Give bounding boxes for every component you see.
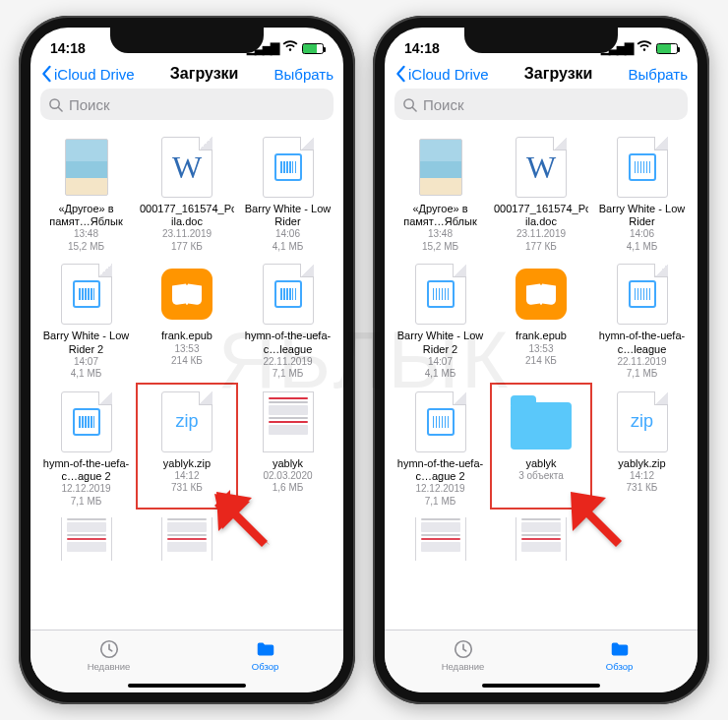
file-thumb (409, 517, 472, 561)
file-item[interactable]: ☁︎ hymn-of-the-uefa-c…ague 2 12.12.20197… (38, 385, 134, 510)
file-name: 000177_161574_Post-…ila.doc (140, 203, 234, 228)
wifi-icon (282, 40, 298, 56)
wifi-icon (637, 40, 652, 56)
file-item[interactable]: ☁︎ hymn-of-the-uefa-c…league 22.11.20197… (240, 257, 335, 382)
file-meta: 23.11.2019177 КБ (516, 228, 566, 253)
svg-line-4 (412, 107, 416, 111)
file-name: yablyk (525, 457, 556, 470)
search-placeholder: Поиск (423, 96, 464, 113)
select-button[interactable]: Выбрать (274, 66, 334, 83)
file-item[interactable]: W 000177_161574_Post-…ila.doc 23.11.2019… (138, 130, 236, 255)
file-grid: «Другое» в памят…Яблык 13:4815,2 МБ W 00… (385, 126, 698, 630)
back-label: iCloud Drive (408, 66, 489, 83)
file-meta: 22.11.20197,1 МБ (263, 356, 312, 381)
nav-bar: iCloud Drive Загрузки Выбрать (385, 63, 698, 89)
file-thumb (257, 136, 320, 199)
file-item[interactable]: Barry White - Low Rider 14:064,1 МБ (594, 130, 690, 255)
home-indicator[interactable] (128, 684, 246, 688)
file-grid: «Другое» в памят…Яблык 13:4815,2 МБ W 00… (30, 126, 343, 630)
file-item[interactable]: W 000177_161574_Post-…ila.doc 23.11.2019… (492, 130, 590, 255)
file-item[interactable]: frank.epub 13:53214 КБ (492, 257, 590, 382)
phone-left: 14:18 ▁▃▅▇ iCloud Drive Загрузки Выбрать… (19, 16, 355, 704)
file-name: Barry White - Low Rider 2 (40, 330, 132, 355)
file-meta: 13:53214 КБ (171, 343, 203, 368)
file-thumb: zip (611, 390, 674, 453)
tab-browse[interactable]: Обзор (541, 630, 698, 679)
file-name: «Другое» в памят…Яблык (40, 203, 132, 228)
file-meta: 14:064,1 МБ (273, 228, 304, 253)
file-thumb (409, 263, 472, 326)
tab-recents[interactable]: Недавние (385, 630, 541, 679)
file-item[interactable]: ☁︎ hymn-of-the-uefa-c…ague 2 12.12.20197… (393, 385, 488, 510)
file-thumb: W (155, 136, 218, 199)
file-thumb (510, 263, 573, 326)
battery-icon (656, 43, 678, 54)
folder-icon (608, 638, 632, 660)
page-title: Загрузки (524, 65, 593, 83)
file-item[interactable]: frank.epub 13:53214 КБ (138, 257, 236, 382)
file-name: 000177_161574_Post-…ila.doc (494, 203, 588, 228)
clock-icon (97, 638, 121, 660)
tab-browse[interactable]: Обзор (187, 630, 343, 679)
notch (110, 28, 264, 53)
file-thumb (55, 263, 118, 326)
file-meta: 3 объекта (518, 470, 564, 483)
back-button[interactable]: iCloud Drive (40, 65, 135, 83)
file-name: hymn-of-the-uefa-c…league (596, 330, 688, 355)
file-name: Barry White - Low Rider (242, 203, 334, 228)
file-meta: 12.12.20197,1 МБ (61, 483, 110, 508)
file-thumb: W (510, 136, 573, 199)
status-time: 14:18 (50, 40, 86, 56)
notch (464, 28, 618, 53)
file-name: yablyk.zip (618, 457, 665, 470)
file-item[interactable] (393, 511, 489, 567)
file-name: yablyk (273, 457, 303, 470)
file-name: Barry White - Low Rider (596, 203, 688, 228)
status-time: 14:18 (404, 40, 440, 56)
tab-label: Недавние (442, 661, 485, 672)
file-item[interactable]: Barry White - Low Rider 2 14:074,1 МБ (393, 257, 488, 382)
file-name: hymn-of-the-uefa-c…ague 2 (394, 457, 486, 483)
back-label: iCloud Drive (54, 66, 135, 83)
file-name: Barry White - Low Rider 2 (394, 330, 486, 355)
back-button[interactable]: iCloud Drive (394, 65, 489, 83)
file-meta: 13:4815,2 МБ (68, 228, 104, 253)
select-button[interactable]: Выбрать (629, 66, 688, 83)
file-item[interactable]: «Другое» в памят…Яблык 13:4815,2 МБ (393, 130, 488, 255)
file-thumb: ☁︎ (257, 263, 320, 326)
file-item[interactable]: ☁︎ hymn-of-the-uefa-c…league 22.11.20197… (594, 257, 690, 382)
file-meta: 13:4815,2 МБ (422, 228, 458, 253)
file-meta: 23.11.2019177 КБ (162, 228, 212, 253)
nav-bar: iCloud Drive Загрузки Выбрать (30, 63, 343, 89)
file-item[interactable]: «Другое» в памят…Яблык 13:4815,2 МБ (38, 130, 134, 255)
file-item[interactable] (38, 511, 135, 567)
file-thumb: zip (155, 390, 218, 453)
battery-icon (302, 43, 324, 54)
file-thumb (257, 390, 320, 453)
clock-icon (452, 638, 475, 660)
file-item[interactable]: Barry White - Low Rider 2 14:074,1 МБ (38, 257, 134, 382)
search-input[interactable]: Поиск (394, 89, 688, 120)
home-indicator[interactable] (482, 684, 600, 688)
tab-recents[interactable]: Недавние (30, 630, 187, 679)
search-input[interactable]: Поиск (40, 89, 334, 120)
file-name: frank.epub (516, 330, 567, 342)
search-icon (48, 97, 63, 112)
file-thumb (55, 136, 118, 199)
file-item[interactable]: Barry White - Low Rider 14:064,1 МБ (240, 130, 335, 255)
file-meta: 14:074,1 МБ (71, 356, 102, 381)
file-meta: 22.11.20197,1 МБ (617, 356, 666, 381)
file-meta: 14:064,1 МБ (627, 228, 658, 253)
page-title: Загрузки (170, 65, 239, 83)
file-name: yablyk.zip (163, 457, 211, 470)
file-thumb (611, 136, 674, 199)
file-name: «Другое» в памят…Яблык (394, 203, 486, 228)
file-thumb (55, 517, 118, 561)
file-meta: 13:53214 КБ (525, 343, 557, 368)
file-name: hymn-of-the-uefa-c…league (242, 330, 334, 355)
file-thumb (155, 263, 218, 326)
file-name: hymn-of-the-uefa-c…ague 2 (40, 457, 132, 483)
svg-line-1 (58, 107, 62, 111)
file-thumb: ☁︎ (409, 390, 472, 453)
file-meta: 14:12731 КБ (171, 470, 203, 495)
